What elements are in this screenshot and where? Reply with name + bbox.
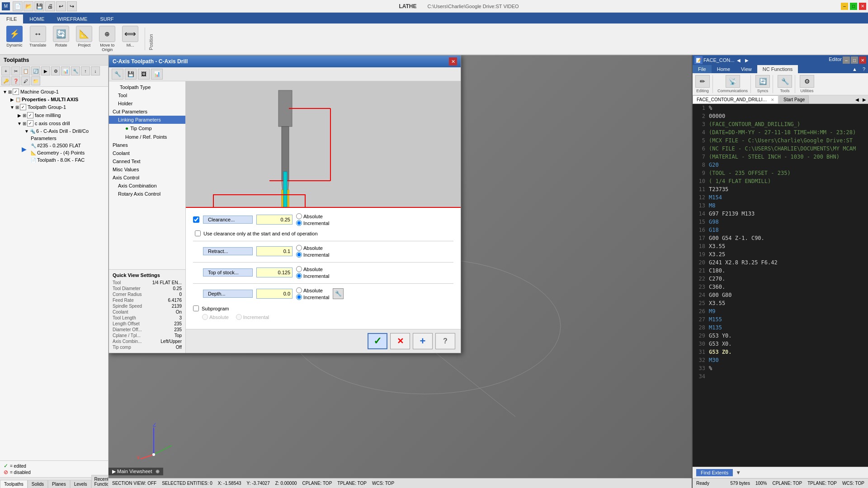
depth-btn[interactable]: Depth... [203,290,253,298]
toolbar-save[interactable]: 💾 [34,1,44,11]
nav-tool[interactable]: Tool [109,91,185,99]
nav-linking-params[interactable]: Linking Parameters [109,116,185,124]
rp-prev-tab[interactable]: ◀ [735,58,742,63]
code-tab-face[interactable]: FACE_CONTOUR_AND_DRILLING_NC ✕ [693,95,778,103]
rp-min[interactable]: – [843,56,850,64]
clearance-abs-radio[interactable]: Absolute [296,213,329,219]
retract-input[interactable] [256,246,292,256]
rp-max[interactable]: □ [851,56,858,64]
find-expand-icon[interactable]: ▼ [736,469,741,476]
lp-toolbar-icon-9[interactable]: ↑ [81,66,90,75]
window-close[interactable]: ✕ [859,3,866,10]
tab-surf[interactable]: SURF [94,14,120,23]
toolbar-redo[interactable]: ↪ [67,1,77,11]
dialog-ok-btn[interactable]: ✓ [368,333,387,349]
rt-editing-btn[interactable]: ✏ [695,75,710,88]
tree-machine-group-cb[interactable]: ✓ [13,89,19,95]
toolbar-undo[interactable]: ↩ [56,1,66,11]
tree-toolpath-8k[interactable]: 📄 Toolpath - 8.0K - FAC [0,156,108,164]
tree-c-axis-cross[interactable]: ▼ ⊞ ✓ c axis cross drill [0,119,108,127]
clearance-btn[interactable]: Clearance... [203,216,253,224]
lp-toolbar-icon-2[interactable]: ✂ [11,66,20,75]
lp-toolbar-icon-6[interactable]: ⚙ [51,66,60,75]
clearance-checkbox[interactable] [193,216,199,223]
nav-cut-params[interactable]: Cut Parameters [109,108,185,116]
lp-toolbar-icon-5[interactable]: ▶ [41,66,50,75]
rr-tab-file[interactable]: File [693,65,712,73]
nav-tip-comp[interactable]: ● Tip Comp [109,124,185,133]
dialog-tool-2[interactable]: 💾 [125,69,137,80]
nav-axis-combination[interactable]: Axis Combination [109,182,185,190]
tree-properties[interactable]: ▶ 📋 Properties - MULTI AXIS [0,96,108,103]
tree-toolpath-group-cb[interactable]: ✓ [20,104,26,110]
rp-next-tab[interactable]: ▶ [743,58,750,63]
nav-canned-text[interactable]: Canned Text [109,157,185,165]
tree-machine-group[interactable]: ▼ ⊞ ✓ Machine Group-1 [0,88,108,96]
lp-toolbar-icon-7[interactable]: 📊 [61,66,70,75]
find-extents-btn[interactable]: Find Extents [696,469,733,476]
tree-face-milling[interactable]: ▶ ⊞ ✓ face millling [0,111,108,119]
top-abs-radio[interactable]: Absolute [296,266,329,272]
toolbar-new[interactable]: 📄 [13,1,23,11]
top-of-stock-input[interactable] [256,267,292,277]
nav-coolant[interactable]: Coolant [109,149,185,157]
ribbon-project[interactable]: 📐 Project [73,25,95,53]
window-min[interactable]: – [841,3,848,10]
depth-abs-radio[interactable]: Absolute [296,287,329,293]
retract-inc-radio[interactable]: Incremental [296,252,329,258]
btab-planes[interactable]: Planes [48,480,70,488]
rr-tab-view[interactable]: View [736,65,757,73]
top-inc-radio[interactable]: Incremental [296,273,329,279]
tab-wireframe[interactable]: WIREFRAME [51,14,94,23]
tree-drill-op[interactable]: ▼ 🔩 6 - C-Axis Drill - Drill/Co [0,127,108,135]
ribbon-rotate[interactable]: 🔄 Rotate [50,25,72,53]
rr-expand[interactable]: ▲ [849,65,860,73]
btab-recent[interactable]: Recent Functions [91,475,108,488]
btab-toolpaths[interactable]: Toolpaths [0,480,28,488]
lp-toolbar-icon-1[interactable]: + [1,66,10,75]
depth-input[interactable] [256,289,292,299]
tree-parameters[interactable]: Parameters [0,135,108,142]
dialog-help-btn[interactable]: ? [435,333,455,349]
nav-misc-values[interactable]: Misc Values [109,165,185,174]
sub-inc-radio[interactable]: Incremental [236,314,269,320]
ribbon-dynamic[interactable]: ⚡ Dynamic [4,25,25,53]
rr-tab-home[interactable]: Home [712,65,736,73]
top-of-stock-btn[interactable]: Top of stock... [203,268,253,277]
tab-file[interactable]: FILE [0,14,23,23]
code-tab-nav-right[interactable]: ▶ [861,96,868,103]
subprogram-checkbox[interactable]: Subprogram [193,305,453,311]
tree-tool-235[interactable]: 🔧 #235 - 0.2500 FLAT [0,142,108,149]
rt-tools-btn[interactable]: 🔧 [778,75,792,88]
dialog-tool-1[interactable]: 🔧 [112,69,123,80]
tree-c-axis-cross-cb[interactable]: ✓ [27,120,33,127]
nav-planes[interactable]: Planes [109,141,185,149]
dialog-cancel-btn[interactable]: ✕ [390,333,410,349]
dialog-tool-3[interactable]: 🖼 [138,69,150,80]
dialog-add-btn[interactable]: + [413,333,433,349]
btab-solids[interactable]: Solids [28,480,48,488]
ribbon-move-to-origin[interactable]: ⊕ Move toOrigin [96,25,118,53]
retract-abs-radio[interactable]: Absolute [296,245,329,251]
clearance-inc-radio[interactable]: Incremental [296,220,329,226]
code-tab-nav-left[interactable]: ◀ [854,96,861,103]
dialog-close-btn[interactable]: ✕ [449,57,457,66]
dialog-tool-4[interactable]: 📊 [151,69,163,80]
lp-toolbar-icon-11[interactable]: 🔑 [1,76,10,85]
clearance-input[interactable] [256,215,292,225]
nav-axis-control[interactable]: Axis Control [109,174,185,182]
lp-toolbar-icon-3[interactable]: 📋 [21,66,30,75]
rr-help[interactable]: ? [860,65,868,73]
nav-holder[interactable]: Holder [109,99,185,108]
tree-face-milling-cb[interactable]: ✓ [27,112,33,118]
depth-inc-radio[interactable]: Incremental [296,294,329,300]
tree-geometry[interactable]: 📐 Geometry - (4) Points [0,149,108,156]
window-max[interactable]: □ [850,3,857,10]
rt-syncs-btn[interactable]: 🔄 [755,75,770,88]
rt-utilities-btn[interactable]: ⚙ [800,75,814,88]
lp-toolbar-icon-12[interactable]: ❓ [11,76,20,85]
btab-levels[interactable]: Levels [70,480,91,488]
use-clearance-checkbox[interactable]: Use clearance only at the start and end … [195,230,453,236]
rr-tab-nc[interactable]: NC Functions [757,65,798,73]
code-area[interactable]: 1%2000003(FACE_CONTOUR_AND_DRILLING_)4(D… [693,104,868,467]
